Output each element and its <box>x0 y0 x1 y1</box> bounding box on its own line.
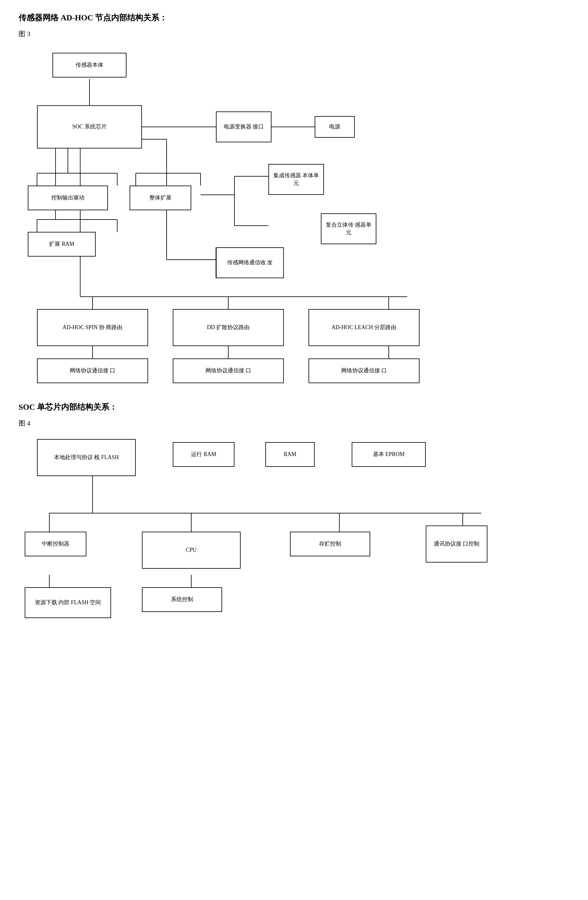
dd-protocol-box: DD 扩散协议路由 <box>173 309 284 346</box>
power-converter-box: 电源变换器 接口 <box>216 112 271 142</box>
expand-ram-box: 扩展 RAM <box>28 232 96 256</box>
local-processing-box: 本地处理与协议 栈 FLASH <box>37 439 136 476</box>
sensor-body-box: 传感器本体 <box>53 53 127 78</box>
fig4-section-title: SOC 单芯片内部结构关系： <box>19 402 569 413</box>
control-output-box: 控制输出驱动 <box>28 186 108 210</box>
adhoc-spin-box: AD-HOC SPIN 协 商路由 <box>37 309 148 346</box>
fig3-label: 图 3 <box>19 29 569 39</box>
overall-expand-box: 整体扩展 <box>130 186 191 210</box>
soc-chip-box: SOC 系统芯片 <box>37 105 142 149</box>
power-source-box: 电源 <box>315 116 355 138</box>
resource-download-box: 资源下载 内部 FLASH 空间 <box>25 587 111 618</box>
system-ctrl-box: 系统控制 <box>142 587 222 612</box>
fig3-diagram: 传感器本体 SOC 系统芯片 电源变换器 接口 电源 控制输出驱动 整体扩展 集… <box>19 43 568 383</box>
page-title: 传感器网络 AD-HOC 节点内部结构关系： <box>19 12 569 23</box>
interrupt-ctrl-box: 中断控制器 <box>25 532 87 556</box>
cpu-box: CPU <box>142 532 241 569</box>
storage-ctrl-box: 存贮控制 <box>290 532 370 556</box>
net-proto1-box: 网络协议通信接 口 <box>37 358 148 383</box>
ram-box: RAM <box>265 442 315 467</box>
basic-eprom-box: 基本 EPROM <box>352 442 426 467</box>
fig4-diagram: 本地处理与协议 栈 FLASH 运行 RAM RAM 基本 EPROM 中断控制… <box>19 433 568 618</box>
run-ram-box: 运行 RAM <box>173 442 234 467</box>
complex-sensor-box: 复合立体传 感器单元 <box>321 213 376 244</box>
fig4-label: 图 4 <box>19 419 569 428</box>
net-proto2-box: 网络协议通信接 口 <box>173 358 284 383</box>
net-proto3-box: 网络协议通信接 口 <box>308 358 419 383</box>
sensor-comm-box: 传感网络通信收 发 <box>216 247 284 278</box>
adhoc-leach-box: AD-HOC LEACH 分层路由 <box>308 309 419 346</box>
comm-proto-ctrl-box: 通讯协议接 口控制 <box>426 526 487 563</box>
integrated-sensor-box: 集成传感器 本体单元 <box>268 164 324 195</box>
